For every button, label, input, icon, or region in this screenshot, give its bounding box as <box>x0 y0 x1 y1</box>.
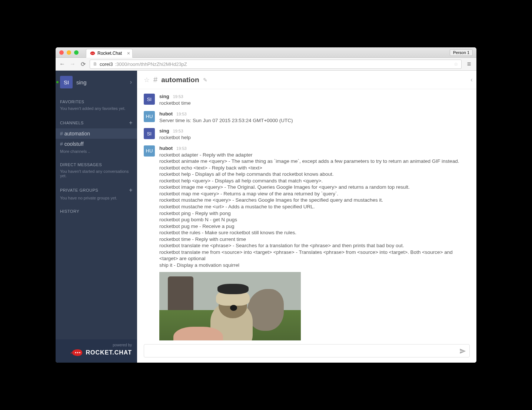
browser-tab[interactable]: Rocket.Chat × <box>86 49 133 58</box>
message-timestamp: 19:53 <box>176 146 187 151</box>
message-body: sing19:53rocketbot help <box>159 128 470 141</box>
message-text: rocketbot time <box>159 100 470 107</box>
message-text: rocketbot help <box>159 134 470 141</box>
profile-badge[interactable]: Person 1 <box>450 49 473 56</box>
add-group-button[interactable]: + <box>129 187 133 194</box>
toolbar: ← → ⟳ 🗎 corei3:3000/room/thhPNzZhi2MHd23… <box>56 58 476 71</box>
tab-close-icon[interactable]: × <box>127 50 130 56</box>
groups-header: PRIVATE GROUPS + <box>56 181 137 196</box>
sidebar-footer: powered by ROCKET.CHAT <box>56 339 137 363</box>
svg-point-6 <box>79 352 80 353</box>
reload-button[interactable]: ⟳ <box>79 61 87 68</box>
svg-point-5 <box>77 352 78 353</box>
svg-point-2 <box>92 53 93 54</box>
traffic-lights <box>59 50 79 55</box>
channels-label: CHANNELS <box>60 121 84 125</box>
rocket-icon <box>70 349 83 357</box>
window-minimize-button[interactable] <box>67 50 71 55</box>
message-username[interactable]: sing <box>159 128 169 134</box>
hash-icon: # <box>153 75 157 84</box>
groups-empty: You have no private groups yet. <box>56 196 137 203</box>
url-path: :3000/room/thhPNzZhi2MHd23pZ <box>115 61 187 67</box>
message-username[interactable]: hubot <box>159 111 173 117</box>
history-header[interactable]: HISTORY <box>56 203 137 216</box>
message: HUhubot19:53rocketbot adapter - Reply wi… <box>137 144 476 340</box>
message-input[interactable] <box>144 344 470 357</box>
message-username[interactable]: sing <box>159 94 169 99</box>
edit-icon[interactable]: ✎ <box>203 77 207 83</box>
message-avatar: HU <box>144 145 155 157</box>
browser-menu-icon[interactable]: ≡ <box>465 60 473 68</box>
message-body: sing19:53rocketbot time <box>159 94 470 107</box>
dm-header: DIRECT MESSAGES <box>56 157 137 169</box>
presence-indicator <box>56 81 59 83</box>
channel-header: ☆ # automation ✎ ‹ <box>137 71 476 89</box>
site-info-icon: 🗎 <box>93 61 97 67</box>
message-body: hubot19:53Server time is: Sun Jun 07 201… <box>159 111 470 124</box>
message-text: rocketbot adapter - Reply with the adapt… <box>159 152 470 269</box>
app-root: SI sing › FAVORITES You haven't added an… <box>56 71 476 363</box>
message-timestamp: 19:53 <box>173 129 183 133</box>
back-button[interactable]: ← <box>59 61 66 67</box>
groups-label: PRIVATE GROUPS <box>60 188 98 192</box>
titlebar: Rocket.Chat × Person 1 <box>56 47 476 58</box>
main-panel: ☆ # automation ✎ ‹ SIsing19:53rocketbot … <box>137 71 476 363</box>
favorites-header: FAVORITES <box>56 94 137 106</box>
channel-item-coolstuff[interactable]: coolstuff <box>56 139 137 149</box>
toggle-flex-panel-icon[interactable]: ‹ <box>471 76 473 84</box>
dm-empty: You haven't started any conversations ye… <box>56 169 137 181</box>
rocketchat-logo: ROCKET.CHAT <box>61 349 132 357</box>
favorite-star-icon[interactable]: ☆ <box>144 76 150 84</box>
brand-text: ROCKET.CHAT <box>86 349 132 356</box>
svg-point-1 <box>91 53 92 54</box>
window-zoom-button[interactable] <box>74 50 79 55</box>
message: SIsing19:53rocketbot help <box>137 127 476 144</box>
channels-header: CHANNELS + <box>56 114 137 128</box>
send-icon[interactable] <box>459 348 466 356</box>
message-avatar: HU <box>144 111 155 122</box>
favorites-label: FAVORITES <box>60 100 84 104</box>
message-username[interactable]: hubot <box>159 145 173 151</box>
channel-list: automationcoolstuff <box>56 128 137 149</box>
channel-item-automation[interactable]: automation <box>56 128 137 139</box>
forward-button[interactable]: → <box>69 61 76 67</box>
message: HUhubot19:53Server time is: Sun Jun 07 2… <box>137 110 476 127</box>
message-body: hubot19:53rocketbot adapter - Reply with… <box>159 145 470 340</box>
channel-title: automation <box>161 76 199 84</box>
message: SIsing19:53rocketbot time <box>137 92 476 110</box>
message-avatar: SI <box>144 94 155 105</box>
sidebar: SI sing › FAVORITES You haven't added an… <box>56 71 137 363</box>
more-channels-link[interactable]: More channels .. <box>56 149 137 157</box>
message-avatar: SI <box>144 128 155 139</box>
user-name: sing <box>76 79 87 85</box>
compose-area <box>137 340 476 363</box>
address-bar[interactable]: 🗎 corei3:3000/room/thhPNzZhi2MHd23pZ ☆ <box>90 60 462 69</box>
add-channel-button[interactable]: + <box>129 120 133 126</box>
sidebar-user[interactable]: SI sing › <box>56 71 137 94</box>
message-text: Server time is: Sun Jun 07 2015 23:53:24… <box>159 117 470 124</box>
rocketchat-favicon <box>90 51 95 56</box>
message-timestamp: 19:53 <box>173 94 183 99</box>
dm-label: DIRECT MESSAGES <box>60 162 102 167</box>
browser-window: Rocket.Chat × Person 1 ← → ⟳ 🗎 corei3:30… <box>56 47 476 363</box>
svg-point-3 <box>93 53 94 54</box>
svg-point-4 <box>75 352 76 353</box>
powered-by-label: powered by <box>61 343 132 347</box>
user-avatar: SI <box>60 76 73 88</box>
message-timestamp: 19:53 <box>176 112 187 116</box>
message-list[interactable]: SIsing19:53rocketbot timeHUhubot19:53Ser… <box>137 89 476 340</box>
url-host: corei3 <box>100 61 113 67</box>
favorites-empty: You haven't added any favorites yet. <box>56 106 137 114</box>
history-label: HISTORY <box>60 209 79 214</box>
bookmark-star-icon[interactable]: ☆ <box>454 61 458 67</box>
chevron-right-icon: › <box>130 79 132 85</box>
window-close-button[interactable] <box>59 50 64 55</box>
message-attachment-image[interactable] <box>159 272 301 340</box>
tab-title: Rocket.Chat <box>97 51 122 56</box>
